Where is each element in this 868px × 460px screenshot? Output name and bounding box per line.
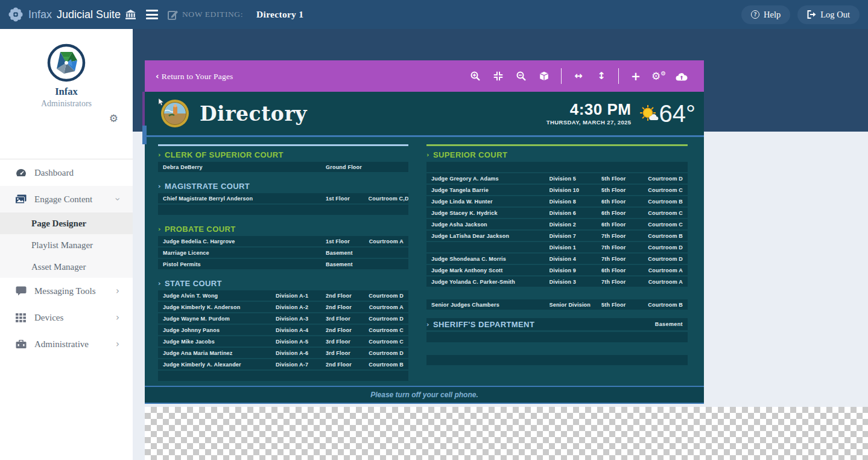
design-canvas[interactable]: Directory 4:30 PM THURSDAY, MARCH 27, 20… — [145, 92, 704, 404]
cell-name: Judge Bedelia C. Hargrove — [158, 238, 276, 244]
cell-room: Courtroom D — [369, 293, 408, 299]
cell-floor: Basement — [326, 261, 369, 267]
directory-row: Judge Mike JacobsDivision A-53rd FloorCo… — [158, 336, 408, 347]
cell-floor: 5th Floor — [601, 176, 646, 182]
now-editing-label: NOW EDITING: — [182, 10, 243, 19]
cell-name: Judge Yolanda C. Parker-Smith — [426, 279, 550, 285]
directory-section: ›MAGISTRATE COURTChief Magistrate Berryl… — [158, 180, 408, 215]
expand-vertical-icon[interactable]: ↕ — [590, 71, 613, 81]
cell-floor: 6th Floor — [601, 267, 646, 273]
section-heading-location: Basement — [655, 321, 683, 327]
org-name: Infax — [0, 86, 133, 98]
directory-column-right: ›SUPERIOR COURTJudge Gregory A. AdamsDiv… — [426, 144, 688, 386]
sidebar-item-messaging-tools[interactable]: Messaging Tools › — [0, 278, 133, 304]
directory-row: Judge Stacey K. HydrickDivision 66th Flo… — [426, 208, 688, 218]
cell-floor: 1st Floor — [326, 196, 369, 202]
publish-cloud-upload-icon[interactable] — [670, 72, 693, 81]
profile-settings-gear-icon[interactable]: ⚙ — [109, 112, 118, 124]
cell-room: Courtroom C — [646, 210, 688, 216]
grid-icon — [15, 313, 27, 322]
transparency-checkerboard — [145, 407, 868, 460]
cell-name: Senior Judges Chambers — [426, 302, 550, 308]
cell-divn: Division A-1 — [276, 293, 326, 299]
menu-toggle-button[interactable] — [146, 10, 158, 19]
sidebar-item-devices[interactable]: Devices › — [0, 304, 133, 331]
heading-arrow-icon: › — [158, 280, 161, 287]
directory-row: Judge Ana Maria MartinezDivision A-63rd … — [158, 348, 408, 358]
directory-row — [426, 162, 688, 172]
directory-row: Pistol PermitsBasement — [158, 259, 408, 269]
help-button[interactable]: ? Help — [741, 5, 790, 24]
cell-divn: Division 1 — [550, 244, 602, 251]
directory-row: Judge Bedelia C. Hargrove1st FloorCourtr… — [158, 236, 408, 246]
cell-room: Courtroom A — [369, 238, 408, 244]
expand-horizontal-icon[interactable]: ↔ — [567, 71, 590, 81]
cell-floor: 5th Floor — [601, 302, 646, 308]
logout-button[interactable]: Log Out — [797, 5, 860, 24]
directory-section: ›STATE COURTJudge Alvin T. WongDivision … — [158, 278, 408, 381]
cell-name: Pistol Permits — [158, 261, 276, 267]
cell-floor: 7th Floor — [601, 233, 646, 239]
cell-name: Debra DeBerry — [158, 164, 276, 170]
toolbar-divider — [618, 68, 619, 84]
cell-divn: Division A-6 — [276, 350, 326, 356]
directory-row: Chief Magistrate Berryl Anderson1st Floo… — [158, 193, 408, 203]
sidebar-item-dashboard[interactable]: Dashboard — [0, 159, 133, 186]
cell-divn: Division A-7 — [276, 362, 326, 368]
row-spacer — [426, 288, 688, 298]
directory-row: Division 17th FloorCourtroom D — [426, 242, 688, 252]
settings-gears-icon[interactable]: ⚙⚙ — [647, 71, 670, 81]
directory-row: Judge Tangela BarrieDivision 105th Floor… — [426, 185, 688, 195]
cell-name: Judge Ana Maria Martinez — [158, 350, 276, 356]
add-widget-icon[interactable]: + — [624, 71, 647, 82]
footer-message-widget[interactable]: Please turn off your cell phone. — [145, 386, 704, 404]
section-heading: ›CLERK OF SUPERIOR COURT — [158, 149, 408, 160]
zoom-in-icon[interactable] — [464, 71, 487, 81]
gauge-icon — [15, 168, 27, 177]
cell-divn: Division 6 — [550, 210, 602, 216]
heading-arrow-icon: › — [158, 151, 161, 159]
zoom-out-icon[interactable] — [510, 71, 533, 81]
directory-title: Directory — [200, 102, 307, 126]
cell-room: Courtroom B — [646, 233, 688, 239]
cell-room: Courtroom D — [646, 244, 688, 251]
cell-room: Courtroom C — [646, 222, 688, 228]
cube-3d-icon[interactable] — [533, 71, 556, 81]
cell-name: Judge Linda W. Hunter — [426, 199, 550, 205]
directory-header-widget[interactable]: Directory 4:30 PM THURSDAY, MARCH 27, 20… — [145, 92, 704, 137]
sidebar-item-playlist-manager[interactable]: Playlist Manager — [0, 234, 133, 256]
cell-divn: Division A-3 — [276, 316, 326, 322]
return-to-pages-link[interactable]: ‹Return to Your Pages — [156, 71, 233, 81]
cell-divn: Senior Division — [550, 302, 602, 308]
fit-compress-icon[interactable] — [487, 71, 510, 81]
navbar-actions: ? Help Log Out — [741, 0, 860, 29]
cell-room: Courtroom A — [646, 267, 688, 273]
cell-floor: 3rd Floor — [326, 316, 369, 322]
chevron-down-icon: › — [112, 197, 123, 201]
cell-room: Courtroom D — [646, 176, 688, 182]
sidebar-item-engage-content[interactable]: Engage Content › — [0, 186, 133, 212]
toolbar-divider — [561, 68, 562, 84]
section-heading: ›SHERIFF'S DEPARTMENTBasement — [426, 318, 688, 330]
temperature-text: 64° — [659, 101, 696, 126]
brand-suite: Judicial Suite — [57, 8, 121, 21]
cell-floor: Ground Floor — [326, 164, 369, 170]
sidebar-item-page-designer[interactable]: Page Designer — [0, 212, 133, 234]
cell-divn: Division 2 — [550, 222, 602, 228]
section-heading-text: MAGISTRATE COURT — [165, 182, 250, 191]
cell-floor: 1st Floor — [326, 238, 369, 244]
sidebar-item-asset-manager[interactable]: Asset Manager — [0, 256, 133, 278]
chat-icon — [15, 286, 27, 296]
section-heading-text: SUPERIOR COURT — [433, 150, 507, 159]
cell-floor: 7th Floor — [601, 244, 646, 251]
page-designer-preview: ‹Return to Your Pages ↔ ↕ + — [145, 60, 704, 404]
directory-row: Judge Gregory A. AdamsDivision 55th Floo… — [426, 173, 688, 184]
images-icon — [15, 194, 27, 204]
directory-row: Judge Alvin T. WongDivision A-12nd Floor… — [158, 290, 408, 301]
sidebar-item-administrative[interactable]: Administrative › — [0, 331, 133, 357]
section-heading: ›SUPERIOR COURT — [426, 149, 688, 160]
directory-body: ›CLERK OF SUPERIOR COURTDebra DeBerryGro… — [145, 137, 704, 386]
cell-divn: Division 7 — [550, 233, 602, 239]
cell-divn: Division A-4 — [276, 327, 326, 333]
directory-row: Judge Mark Anthony ScottDivision 96th Fl… — [426, 265, 688, 275]
